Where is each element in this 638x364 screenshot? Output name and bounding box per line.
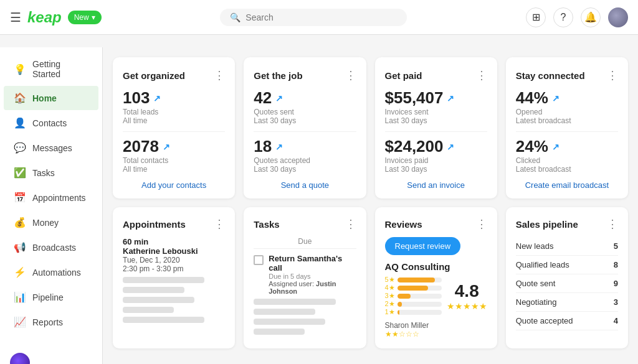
quotes-accepted-value: 18 ↗ [254, 137, 356, 156]
user-avatar[interactable] [608, 7, 628, 27]
send-invoice-link[interactable]: Send an invoice [407, 180, 465, 190]
review-bars-section: 5★ 4★ 3★ 2★ [385, 276, 442, 316]
skeleton-line [123, 307, 174, 313]
appointment-item: 60 min Katherine Lebouski Tue, Dec 1, 20… [123, 237, 225, 273]
create-broadcast-link[interactable]: Create email broadcast [525, 180, 609, 190]
stay-connected-menu[interactable]: ⋮ [607, 68, 618, 82]
tasks-due-header: Due [254, 237, 356, 249]
lightbulb-icon: 💡 [14, 63, 26, 75]
quotes-sent-link[interactable]: ↗ [275, 93, 283, 103]
grid-icon-button[interactable]: ⊞ [526, 7, 546, 27]
total-leads-link[interactable]: ↗ [153, 93, 161, 103]
pipeline-card-title: Sales pipeline [516, 219, 578, 230]
pipeline-items: New leads 5 Qualified leads 8 Quote sent… [516, 237, 618, 330]
chevron-down-icon: ▾ [92, 13, 95, 22]
appointments-card-title: Appointments [123, 219, 186, 230]
skeleton-line [123, 287, 184, 293]
clicked-value: 24% ↗ [516, 137, 618, 156]
star-5-icon: 5★ [385, 276, 395, 284]
appointment-name: Katherine Lebouski [123, 246, 225, 256]
star-1-icon: 1★ [385, 308, 395, 316]
bell-icon-button[interactable]: 🔔 [581, 7, 601, 27]
skeleton-line [254, 309, 315, 315]
search-bar: 🔍 [220, 9, 407, 26]
sidebar-item-money[interactable]: 💰 Money [4, 210, 98, 235]
clicked-link[interactable]: ↗ [552, 142, 559, 152]
review-stars: ★★★★★ [447, 301, 487, 311]
get-the-job-title: Get the job [254, 70, 302, 81]
task-name: Return Samantha's call [269, 254, 356, 273]
review-score-section: 4.8 ★★★★★ [447, 281, 487, 311]
skeleton-line [123, 297, 194, 303]
top-navigation: ☰ keap New ▾ 🔍 ⊞ ? 🔔 [0, 0, 638, 35]
skeleton-line [254, 329, 305, 335]
hamburger-menu[interactable]: ☰ [10, 10, 21, 25]
invoices-paid-label: Invoices paid Last 30 days [385, 156, 487, 174]
broadcasts-icon: 📢 [14, 241, 26, 253]
skeleton-line [254, 319, 325, 325]
help-icon-button[interactable]: ? [553, 7, 573, 27]
quotes-sent-label: Quotes sent Last 30 days [254, 108, 356, 125]
sidebar-user-avatar[interactable] [10, 353, 30, 364]
star-4-icon: 4★ [385, 284, 395, 292]
search-icon: 🔍 [230, 12, 240, 22]
skeleton-line [123, 317, 204, 323]
opened-link[interactable]: ↗ [552, 93, 559, 103]
sidebar-item-reports[interactable]: 📈 Reports [4, 310, 98, 334]
get-organized-menu[interactable]: ⋮ [214, 68, 225, 82]
stay-connected-title: Stay connected [516, 70, 585, 81]
request-review-button[interactable]: Request review [385, 237, 461, 255]
reviewer-stars: ★★☆☆☆ [385, 330, 487, 338]
sidebar-item-messages[interactable]: 💬 Messages [4, 136, 98, 160]
pipeline-item-qualified-leads: Qualified leads 8 [516, 256, 618, 274]
task-item: Return Samantha's call Due in 5 days Ass… [254, 254, 356, 295]
review-bar-5: 5★ [385, 276, 442, 284]
get-paid-menu[interactable]: ⋮ [476, 68, 487, 82]
invoices-sent-label: Invoices sent Last 30 days [385, 108, 487, 125]
invoices-paid-link[interactable]: ↗ [447, 142, 454, 152]
quotes-accepted-link[interactable]: ↗ [275, 142, 283, 152]
clicked-label: Clicked Latest broadcast [516, 156, 618, 174]
pipeline-icon: 📊 [14, 291, 26, 303]
invoices-sent-link[interactable]: ↗ [447, 93, 454, 103]
star-2-icon: 2★ [385, 300, 395, 308]
sidebar-item-tasks[interactable]: ✅ Tasks [4, 161, 98, 185]
task-checkbox[interactable] [254, 255, 264, 265]
sidebar-item-broadcasts[interactable]: 📢 Broadcasts [4, 235, 98, 259]
tasks-card-menu[interactable]: ⋮ [345, 217, 356, 231]
review-bar-1: 1★ [385, 308, 442, 316]
pipeline-item-quote-sent: Quote sent 9 [516, 274, 618, 293]
pipeline-card-menu[interactable]: ⋮ [607, 217, 618, 231]
review-score: 4.8 [455, 281, 479, 301]
total-contacts-value: 2078 ↗ [123, 137, 225, 156]
stay-connected-card: Stay connected ⋮ 44% ↗ Opened Latest bro… [506, 57, 628, 198]
get-organized-title: Get organized [123, 70, 185, 81]
appointments-card-menu[interactable]: ⋮ [214, 217, 225, 231]
sidebar-item-pipeline[interactable]: 📊 Pipeline [4, 285, 98, 309]
sidebar-item-getting-started[interactable]: 💡 Getting Started [4, 53, 98, 85]
opened-label: Opened Latest broadcast [516, 108, 618, 125]
get-the-job-menu[interactable]: ⋮ [345, 68, 356, 82]
review-bar-4: 4★ [385, 284, 442, 292]
sidebar-item-contacts[interactable]: 👤 Contacts [4, 111, 98, 135]
send-quote-link[interactable]: Send a quote [281, 180, 329, 190]
pipeline-item-negotiating: Negotiating 3 [516, 293, 618, 312]
reviews-card-menu[interactable]: ⋮ [476, 217, 487, 231]
appointment-duration: 60 min [123, 237, 225, 246]
money-icon: 💰 [14, 217, 26, 228]
pipeline-item-new-leads: New leads 5 [516, 237, 618, 256]
total-leads-value: 103 ↗ [123, 88, 225, 108]
sidebar-item-home[interactable]: 🏠 Home [4, 86, 98, 110]
app-logo: keap [27, 9, 62, 26]
add-contacts-link[interactable]: Add your contacts [141, 180, 206, 190]
search-input[interactable] [245, 12, 397, 22]
sidebar-item-automations[interactable]: ⚡ Automations [4, 260, 98, 284]
total-contacts-link[interactable]: ↗ [163, 142, 170, 152]
sidebar-item-appointments[interactable]: 📅 Appointments [4, 185, 98, 210]
contacts-icon: 👤 [14, 117, 26, 129]
reports-icon: 📈 [14, 316, 26, 328]
quotes-accepted-label: Quotes accepted Last 30 days [254, 156, 356, 174]
new-button[interactable]: New ▾ [68, 11, 102, 24]
tasks-icon: ✅ [14, 167, 26, 179]
top-cards-grid: Get organized ⋮ 103 ↗ Total leads All ti… [113, 57, 628, 198]
